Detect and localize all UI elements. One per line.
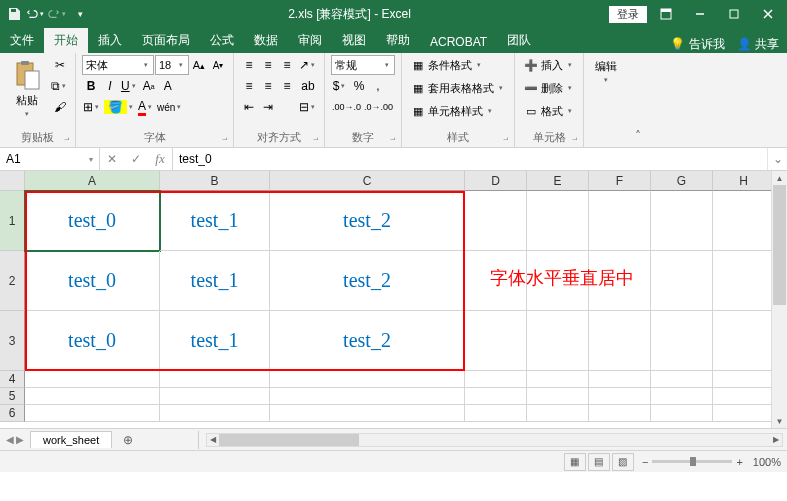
cell-H5[interactable] (713, 388, 775, 405)
cell-A2[interactable]: test_0 (25, 251, 160, 311)
normal-view-icon[interactable]: ▦ (564, 453, 586, 471)
cell-E4[interactable] (527, 371, 589, 388)
format-as-table-button[interactable]: ▦套用表格格式▾ (408, 78, 508, 98)
col-header-D[interactable]: D (465, 171, 527, 191)
tab-team[interactable]: 团队 (497, 28, 541, 53)
align-top-icon[interactable]: ≡ (240, 55, 258, 75)
italic-icon[interactable]: I (101, 76, 119, 96)
cell-H3[interactable] (713, 311, 775, 371)
cell-B1[interactable]: test_1 (160, 191, 270, 251)
decrease-font-icon[interactable]: A▾ (209, 55, 227, 75)
cell-F1[interactable] (589, 191, 651, 251)
cut-icon[interactable]: ✂ (50, 55, 69, 75)
cell-G3[interactable] (651, 311, 713, 371)
editing-button[interactable]: 编辑▾ (590, 55, 622, 84)
cell-E3[interactable] (527, 311, 589, 371)
sheet-tab[interactable]: work_sheet (30, 431, 112, 448)
cell-B4[interactable] (160, 371, 270, 388)
cell-H6[interactable] (713, 405, 775, 422)
col-header-A[interactable]: A (25, 171, 160, 191)
collapse-ribbon-icon[interactable]: ˄ (628, 53, 648, 147)
tab-layout[interactable]: 页面布局 (132, 28, 200, 53)
cell-B6[interactable] (160, 405, 270, 422)
col-header-E[interactable]: E (527, 171, 589, 191)
decrease-indent-icon[interactable]: ⇤ (240, 97, 258, 117)
cell-G2[interactable] (651, 251, 713, 311)
cell-A5[interactable] (25, 388, 160, 405)
tell-me[interactable]: 💡 告诉我 (670, 36, 724, 53)
scroll-left-icon[interactable]: ◀ (207, 434, 219, 446)
cell-C5[interactable] (270, 388, 465, 405)
increase-indent-icon[interactable]: ⇥ (259, 97, 277, 117)
cell-H2[interactable] (713, 251, 775, 311)
wrap-text-icon[interactable]: ab (298, 76, 318, 96)
cell-C3[interactable]: test_2 (270, 311, 465, 371)
enter-formula-icon[interactable]: ✓ (124, 148, 148, 170)
fx-icon[interactable]: fx (148, 148, 172, 170)
row-header-3[interactable]: 3 (0, 311, 25, 371)
tab-data[interactable]: 数据 (244, 28, 288, 53)
cell-F3[interactable] (589, 311, 651, 371)
cell-B2[interactable]: test_1 (160, 251, 270, 311)
vscroll-thumb[interactable] (773, 185, 786, 305)
align-center-icon[interactable]: ≡ (259, 76, 277, 96)
col-header-F[interactable]: F (589, 171, 651, 191)
zoom-level[interactable]: 100% (753, 456, 781, 468)
decrease-decimal-icon[interactable]: .0→.00 (363, 97, 394, 117)
row-header-4[interactable]: 4 (0, 371, 25, 388)
col-header-G[interactable]: G (651, 171, 713, 191)
login-button[interactable]: 登录 (609, 6, 647, 23)
save-icon[interactable] (4, 4, 24, 24)
zoom-in-icon[interactable]: + (736, 456, 742, 468)
name-box[interactable]: A1▾ (0, 148, 100, 170)
select-all-corner[interactable] (0, 171, 25, 191)
percent-icon[interactable]: % (350, 76, 368, 96)
align-right-icon[interactable]: ≡ (278, 76, 296, 96)
sheet-nav[interactable]: ◀▶ (0, 434, 30, 445)
cell-D6[interactable] (465, 405, 527, 422)
format-cells-button[interactable]: ▭格式▾ (521, 101, 577, 121)
comma-icon[interactable]: , (369, 76, 387, 96)
scroll-right-icon[interactable]: ▶ (770, 434, 782, 446)
delete-cells-button[interactable]: ➖删除▾ (521, 78, 577, 98)
zoom-out-icon[interactable]: − (642, 456, 648, 468)
scroll-up-icon[interactable]: ▲ (772, 171, 787, 185)
tab-insert[interactable]: 插入 (88, 28, 132, 53)
orientation-icon[interactable]: ↗▾ (298, 55, 318, 75)
cell-styles-button[interactable]: ▦单元格样式▾ (408, 101, 508, 121)
row-header-1[interactable]: 1 (0, 191, 25, 251)
tab-help[interactable]: 帮助 (376, 28, 420, 53)
col-header-B[interactable]: B (160, 171, 270, 191)
cell-G6[interactable] (651, 405, 713, 422)
cell-G5[interactable] (651, 388, 713, 405)
paste-button[interactable]: 粘贴▾ (6, 55, 48, 118)
cell-C4[interactable] (270, 371, 465, 388)
tab-formula[interactable]: 公式 (200, 28, 244, 53)
insert-cells-button[interactable]: ➕插入▾ (521, 55, 577, 75)
tab-review[interactable]: 审阅 (288, 28, 332, 53)
align-middle-icon[interactable]: ≡ (259, 55, 277, 75)
scroll-down-icon[interactable]: ▼ (772, 414, 787, 428)
cell-E1[interactable] (527, 191, 589, 251)
cell-F4[interactable] (589, 371, 651, 388)
align-bottom-icon[interactable]: ≡ (278, 55, 296, 75)
maximize-icon[interactable] (719, 0, 749, 28)
tab-file[interactable]: 文件 (0, 28, 44, 53)
cell-E5[interactable] (527, 388, 589, 405)
cell-E6[interactable] (527, 405, 589, 422)
cell-F6[interactable] (589, 405, 651, 422)
currency-icon[interactable]: $▾ (331, 76, 349, 96)
font-subscript-icon[interactable]: A (159, 76, 177, 96)
cell-D3[interactable] (465, 311, 527, 371)
cancel-formula-icon[interactable]: ✕ (100, 148, 124, 170)
underline-icon[interactable]: U▾ (120, 76, 139, 96)
bold-icon[interactable]: B (82, 76, 100, 96)
number-format-select[interactable]: 常规▾ (331, 55, 395, 75)
page-break-view-icon[interactable]: ▧ (612, 453, 634, 471)
close-icon[interactable] (753, 0, 783, 28)
cell-C1[interactable]: test_2 (270, 191, 465, 251)
increase-font-icon[interactable]: A▴ (190, 55, 208, 75)
cell-G1[interactable] (651, 191, 713, 251)
horizontal-scrollbar[interactable]: ◀ ▶ (206, 433, 783, 447)
minimize-icon[interactable] (685, 0, 715, 28)
